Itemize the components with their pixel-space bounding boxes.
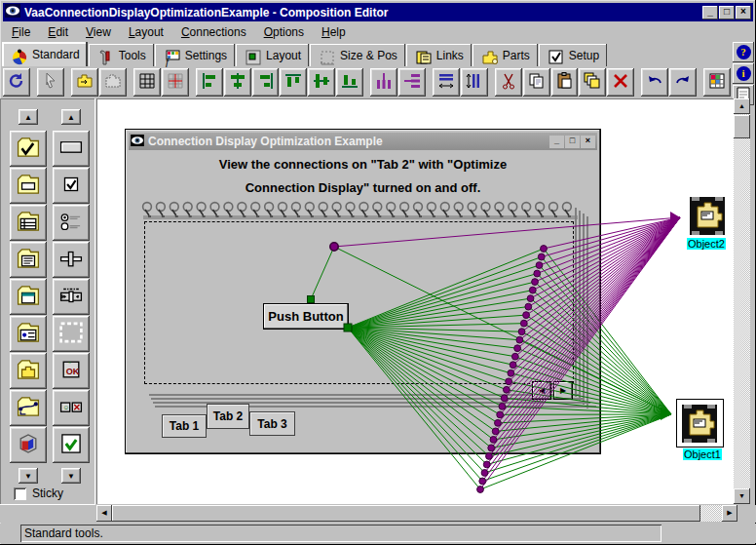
object1-label[interactable]: Object1: [683, 448, 722, 460]
menu-options[interactable]: Options: [255, 23, 313, 41]
distribute-h-button[interactable]: [370, 68, 397, 97]
palette-scroll-down-1[interactable]: ▼: [19, 468, 38, 484]
align-bottom-button[interactable]: [336, 68, 363, 97]
grid-red-button[interactable]: [162, 68, 189, 97]
page-back-button[interactable]: ◀: [532, 381, 551, 400]
info-button[interactable]: i: [733, 63, 754, 84]
menu-connections[interactable]: Connections: [172, 23, 255, 41]
menu-edit[interactable]: Edit: [39, 23, 77, 41]
align-right-button[interactable]: [252, 68, 280, 97]
tab-parts[interactable]: Parts: [472, 44, 538, 66]
part-ghost-button[interactable]: [99, 68, 127, 97]
checkbox-tool[interactable]: [53, 168, 90, 204]
push-button-part[interactable]: Push Button: [263, 303, 349, 330]
tools-icon: [96, 48, 113, 63]
folder-info-tool[interactable]: [10, 316, 47, 352]
sticky-checkbox[interactable]: [14, 487, 26, 500]
canvas-3d-tool[interactable]: [10, 427, 47, 463]
delete-button[interactable]: [607, 68, 634, 97]
scroll-right-button[interactable]: ▶: [722, 505, 737, 522]
align-center-button[interactable]: [224, 68, 251, 97]
folder-connector-tool[interactable]: [10, 390, 47, 426]
object2-label[interactable]: Object2: [687, 238, 726, 250]
composition-canvas[interactable]: Connection Display Optimization Example …: [96, 98, 734, 504]
scroll-down-button[interactable]: ▼: [734, 488, 750, 504]
folder-window-tool[interactable]: [10, 279, 47, 315]
notebook-tab-2[interactable]: Tab 2: [207, 404, 249, 429]
tab-settings[interactable]: fSettings: [155, 44, 235, 66]
minimize-button[interactable]: _: [702, 6, 718, 19]
selection-tool[interactable]: [53, 316, 90, 352]
mini-buttons-tool[interactable]: ☺: [53, 390, 90, 426]
palette-scroll-down-2[interactable]: ▼: [61, 468, 81, 484]
cut-button[interactable]: [495, 68, 522, 97]
undo-icon: [645, 71, 664, 94]
mini-buttons-icon: ☺: [57, 394, 85, 422]
page-forward-button[interactable]: ▶: [553, 381, 573, 400]
notebook-tab-3[interactable]: Tab 3: [249, 411, 295, 436]
duplicate-button[interactable]: [579, 68, 606, 97]
close-button[interactable]: ×: [736, 6, 751, 19]
ok-button-tool[interactable]: OK": [53, 353, 90, 389]
redo-button[interactable]: [669, 68, 697, 97]
inner-window[interactable]: Connection Display Optimization Example …: [125, 129, 601, 454]
inner-minimize-button[interactable]: _: [549, 136, 564, 148]
folder-check-tool[interactable]: [10, 131, 47, 167]
scale-tool[interactable]: [53, 279, 90, 315]
blank-button-tool[interactable]: [53, 131, 90, 167]
copy-button[interactable]: [523, 68, 550, 97]
maximize-button[interactable]: □: [719, 6, 735, 19]
horizontal-scrollbar[interactable]: ◀ ▶: [96, 505, 737, 522]
help-button[interactable]: ?: [733, 42, 754, 62]
vertical-scroll-thumb[interactable]: [734, 115, 750, 138]
menu-view[interactable]: View: [77, 23, 120, 41]
folder-part-tool[interactable]: [10, 353, 47, 389]
tab-links[interactable]: Links: [406, 44, 472, 66]
category-tab-row: StandardToolsfSettingsLayoutSize & PosLi…: [2, 42, 733, 66]
inner-maximize-button[interactable]: □: [565, 136, 580, 148]
palette-scroll-up-1[interactable]: ▲: [19, 109, 38, 125]
svg-text:☺: ☺: [63, 404, 70, 410]
palette-scroll-up-2[interactable]: ▲: [61, 109, 81, 125]
undo-button[interactable]: [641, 68, 668, 97]
paste-button[interactable]: [551, 68, 579, 97]
inner-close-button[interactable]: ×: [581, 136, 595, 148]
pointer-button[interactable]: [37, 68, 64, 97]
inner-window-title-bar[interactable]: Connection Display Optimization Example …: [129, 133, 597, 150]
object2-part-icon[interactable]: [688, 195, 727, 240]
object1-selection-frame[interactable]: [676, 399, 724, 448]
vertical-scrollbar[interactable]: ▲ ▼: [734, 98, 750, 504]
grid-icon: [137, 71, 157, 94]
scroll-up-button[interactable]: ▲: [734, 98, 750, 114]
distribute-v-button[interactable]: [398, 68, 426, 97]
spacing-h-button[interactable]: [433, 68, 460, 97]
slider-tool[interactable]: [53, 242, 90, 278]
folder-text-tool[interactable]: [10, 242, 47, 278]
tab-layout[interactable]: Layout: [236, 44, 309, 66]
part-add-button[interactable]: [71, 68, 98, 97]
copy-icon: [527, 71, 547, 94]
tab-tools[interactable]: Tools: [89, 44, 154, 66]
menu-file[interactable]: File: [3, 23, 39, 41]
tab-standard[interactable]: Standard: [2, 42, 88, 66]
tab-setup[interactable]: Setup: [539, 44, 607, 66]
menu-help[interactable]: Help: [313, 23, 355, 41]
align-left-button[interactable]: [196, 68, 223, 97]
align-middle-button[interactable]: [308, 68, 335, 97]
table-button[interactable]: [703, 68, 731, 97]
menu-layout[interactable]: Layout: [120, 23, 172, 41]
horizontal-scroll-thumb[interactable]: [112, 505, 700, 522]
notebook-tab-1[interactable]: Tab 1: [162, 414, 207, 438]
grid-button[interactable]: [133, 68, 161, 97]
align-top-button[interactable]: [280, 68, 307, 97]
checked-box-tool[interactable]: [53, 427, 90, 463]
spacing-v-button[interactable]: [461, 68, 488, 97]
radio-group-tool[interactable]: [53, 205, 90, 241]
folder-button-tool[interactable]: [10, 168, 47, 204]
folder-list-tool[interactable]: [10, 205, 47, 241]
scroll-left-button[interactable]: ◀: [96, 505, 112, 522]
spacing-v-icon: [465, 71, 484, 94]
refresh-button[interactable]: [3, 68, 30, 97]
tab-size-pos[interactable]: Size & Pos: [310, 44, 405, 66]
tab-label: Parts: [503, 49, 530, 62]
